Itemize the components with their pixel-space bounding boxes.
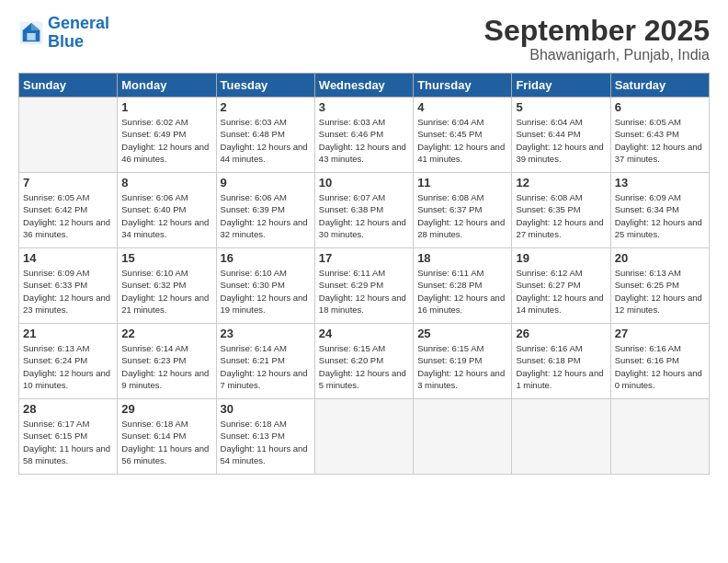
day-number: 1 <box>121 100 211 114</box>
page: General Blue September 2025 Bhawanigarh,… <box>0 0 728 563</box>
cell-info: Sunrise: 6:13 AMSunset: 6:25 PMDaylight:… <box>615 267 705 316</box>
cell-info: Sunrise: 6:11 AMSunset: 6:28 PMDaylight:… <box>417 267 507 316</box>
cell-info: Sunrise: 6:16 AMSunset: 6:18 PMDaylight:… <box>516 342 606 391</box>
calendar-cell: 12Sunrise: 6:08 AMSunset: 6:35 PMDayligh… <box>512 173 610 248</box>
day-number: 13 <box>615 176 705 190</box>
cell-info: Sunrise: 6:18 AMSunset: 6:14 PMDaylight:… <box>121 418 211 466</box>
day-number: 11 <box>417 176 507 190</box>
calendar-cell: 17Sunrise: 6:11 AMSunset: 6:29 PMDayligh… <box>314 248 413 324</box>
cell-info: Sunrise: 6:08 AMSunset: 6:37 PMDaylight:… <box>417 191 507 240</box>
day-number: 6 <box>615 100 705 114</box>
calendar-cell <box>610 399 709 475</box>
calendar-cell: 18Sunrise: 6:11 AMSunset: 6:28 PMDayligh… <box>414 248 512 324</box>
logo-icon <box>18 20 44 46</box>
day-number: 19 <box>516 251 606 265</box>
calendar-cell: 3Sunrise: 6:03 AMSunset: 6:46 PMDaylight… <box>314 98 413 173</box>
cell-info: Sunrise: 6:17 AMSunset: 6:15 PMDaylight:… <box>23 418 113 466</box>
header-cell-wednesday: Wednesday <box>314 74 413 98</box>
header-cell-monday: Monday <box>118 74 216 98</box>
cell-info: Sunrise: 6:09 AMSunset: 6:33 PMDaylight:… <box>23 267 113 316</box>
day-number: 21 <box>23 327 113 340</box>
calendar-cell <box>314 399 413 475</box>
day-number: 25 <box>417 327 507 340</box>
calendar-cell: 2Sunrise: 6:03 AMSunset: 6:48 PMDaylight… <box>216 98 314 173</box>
calendar-cell: 20Sunrise: 6:13 AMSunset: 6:25 PMDayligh… <box>610 248 709 324</box>
cell-info: Sunrise: 6:15 AMSunset: 6:19 PMDaylight:… <box>417 342 507 391</box>
calendar-cell: 7Sunrise: 6:05 AMSunset: 6:42 PMDaylight… <box>19 173 118 248</box>
calendar-cell: 25Sunrise: 6:15 AMSunset: 6:19 PMDayligh… <box>414 324 512 399</box>
calendar-cell: 16Sunrise: 6:10 AMSunset: 6:30 PMDayligh… <box>216 248 314 324</box>
cell-info: Sunrise: 6:08 AMSunset: 6:35 PMDaylight:… <box>516 191 606 240</box>
calendar-cell: 22Sunrise: 6:14 AMSunset: 6:23 PMDayligh… <box>118 324 216 399</box>
location-title: Bhawanigarh, Punjab, India <box>484 47 710 63</box>
logo-text: General Blue <box>48 15 109 52</box>
week-row-2: 14Sunrise: 6:09 AMSunset: 6:33 PMDayligh… <box>19 248 710 324</box>
day-number: 29 <box>121 402 211 416</box>
cell-info: Sunrise: 6:07 AMSunset: 6:38 PMDaylight:… <box>319 191 409 240</box>
header: General Blue September 2025 Bhawanigarh,… <box>18 15 710 63</box>
day-number: 23 <box>221 327 311 340</box>
day-number: 18 <box>417 251 507 265</box>
calendar-cell: 8Sunrise: 6:06 AMSunset: 6:40 PMDaylight… <box>118 173 216 248</box>
day-number: 5 <box>516 100 606 114</box>
cell-info: Sunrise: 6:14 AMSunset: 6:23 PMDaylight:… <box>121 342 211 391</box>
day-number: 28 <box>23 402 113 416</box>
calendar-cell: 14Sunrise: 6:09 AMSunset: 6:33 PMDayligh… <box>19 248 118 324</box>
day-number: 27 <box>615 327 705 340</box>
calendar-cell <box>19 98 118 173</box>
day-number: 26 <box>516 327 606 340</box>
calendar-cell: 13Sunrise: 6:09 AMSunset: 6:34 PMDayligh… <box>610 173 709 248</box>
calendar-cell: 4Sunrise: 6:04 AMSunset: 6:45 PMDaylight… <box>414 98 512 173</box>
day-number: 20 <box>615 251 705 265</box>
day-number: 12 <box>516 176 606 190</box>
calendar-cell: 11Sunrise: 6:08 AMSunset: 6:37 PMDayligh… <box>414 173 512 248</box>
calendar-cell: 30Sunrise: 6:18 AMSunset: 6:13 PMDayligh… <box>216 399 314 475</box>
calendar-cell <box>414 399 512 475</box>
week-row-4: 28Sunrise: 6:17 AMSunset: 6:15 PMDayligh… <box>19 399 710 475</box>
month-title: September 2025 <box>484 15 710 47</box>
calendar-cell: 27Sunrise: 6:16 AMSunset: 6:16 PMDayligh… <box>610 324 709 399</box>
cell-info: Sunrise: 6:16 AMSunset: 6:16 PMDaylight:… <box>615 342 705 391</box>
day-number: 24 <box>319 327 409 340</box>
day-number: 2 <box>221 100 311 114</box>
cell-info: Sunrise: 6:05 AMSunset: 6:43 PMDaylight:… <box>615 116 705 165</box>
header-cell-saturday: Saturday <box>610 74 709 98</box>
cell-info: Sunrise: 6:14 AMSunset: 6:21 PMDaylight:… <box>221 342 311 391</box>
logo-area: General Blue <box>18 15 109 52</box>
calendar-cell: 23Sunrise: 6:14 AMSunset: 6:21 PMDayligh… <box>216 324 314 399</box>
cell-info: Sunrise: 6:03 AMSunset: 6:46 PMDaylight:… <box>319 116 409 165</box>
day-number: 8 <box>121 176 211 190</box>
cell-info: Sunrise: 6:04 AMSunset: 6:44 PMDaylight:… <box>516 116 606 165</box>
cell-info: Sunrise: 6:05 AMSunset: 6:42 PMDaylight:… <box>23 191 113 240</box>
calendar-table: SundayMondayTuesdayWednesdayThursdayFrid… <box>18 73 710 475</box>
cell-info: Sunrise: 6:03 AMSunset: 6:48 PMDaylight:… <box>221 116 311 165</box>
day-number: 10 <box>319 176 409 190</box>
cell-info: Sunrise: 6:15 AMSunset: 6:20 PMDaylight:… <box>319 342 409 391</box>
calendar-cell: 6Sunrise: 6:05 AMSunset: 6:43 PMDaylight… <box>610 98 709 173</box>
day-number: 4 <box>417 100 507 114</box>
day-number: 14 <box>23 251 113 265</box>
week-row-1: 7Sunrise: 6:05 AMSunset: 6:42 PMDaylight… <box>19 173 710 248</box>
cell-info: Sunrise: 6:11 AMSunset: 6:29 PMDaylight:… <box>319 267 409 316</box>
week-row-3: 21Sunrise: 6:13 AMSunset: 6:24 PMDayligh… <box>19 324 710 399</box>
svg-rect-3 <box>27 33 35 40</box>
calendar-cell: 29Sunrise: 6:18 AMSunset: 6:14 PMDayligh… <box>118 399 216 475</box>
cell-info: Sunrise: 6:12 AMSunset: 6:27 PMDaylight:… <box>516 267 606 316</box>
cell-info: Sunrise: 6:10 AMSunset: 6:30 PMDaylight:… <box>221 267 311 316</box>
calendar-cell: 10Sunrise: 6:07 AMSunset: 6:38 PMDayligh… <box>314 173 413 248</box>
header-cell-friday: Friday <box>512 74 610 98</box>
calendar-cell: 24Sunrise: 6:15 AMSunset: 6:20 PMDayligh… <box>314 324 413 399</box>
calendar-cell: 15Sunrise: 6:10 AMSunset: 6:32 PMDayligh… <box>118 248 216 324</box>
day-number: 22 <box>121 327 211 340</box>
day-number: 30 <box>221 402 311 416</box>
calendar-cell: 21Sunrise: 6:13 AMSunset: 6:24 PMDayligh… <box>19 324 118 399</box>
day-number: 7 <box>23 176 113 190</box>
title-area: September 2025 Bhawanigarh, Punjab, Indi… <box>484 15 710 63</box>
day-number: 3 <box>319 100 409 114</box>
calendar-cell: 19Sunrise: 6:12 AMSunset: 6:27 PMDayligh… <box>512 248 610 324</box>
calendar-cell: 5Sunrise: 6:04 AMSunset: 6:44 PMDaylight… <box>512 98 610 173</box>
week-row-0: 1Sunrise: 6:02 AMSunset: 6:49 PMDaylight… <box>19 98 710 173</box>
day-number: 15 <box>121 251 211 265</box>
cell-info: Sunrise: 6:18 AMSunset: 6:13 PMDaylight:… <box>221 418 311 466</box>
calendar-cell: 1Sunrise: 6:02 AMSunset: 6:49 PMDaylight… <box>118 98 216 173</box>
